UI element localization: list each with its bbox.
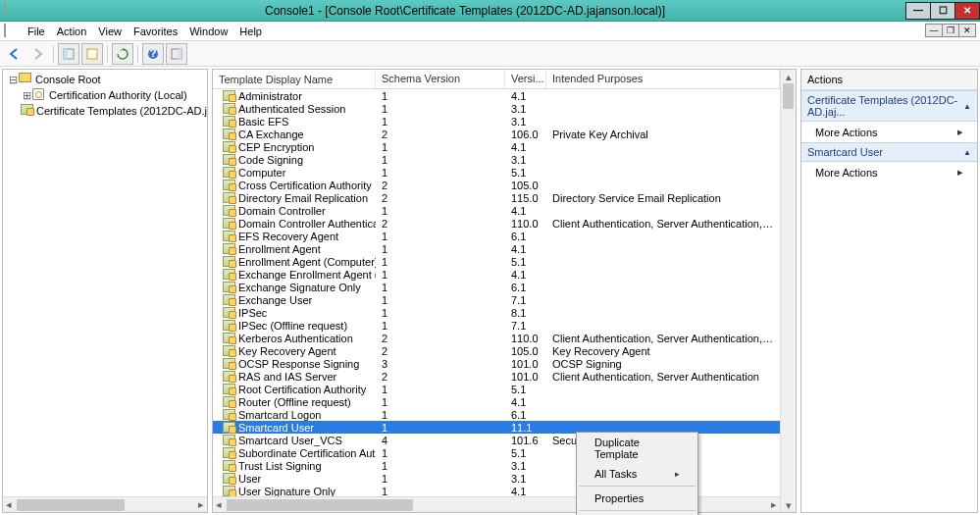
template-icon (223, 103, 236, 115)
template-icon (223, 358, 236, 370)
list-row[interactable]: EFS Recovery Agent16.1 (213, 230, 780, 242)
help-button[interactable]: ? (142, 43, 164, 65)
tree-root[interactable]: ⊟ Console Root (3, 72, 207, 87)
list-row[interactable]: Kerberos Authentication2110.0Client Auth… (213, 332, 780, 344)
list-row[interactable]: OCSP Response Signing3101.0OCSP Signing (213, 357, 780, 370)
mdi-close-button[interactable]: ✕ (958, 24, 976, 37)
tree-horizontal-scrollbar[interactable]: ◂ ▸ (3, 496, 207, 512)
tree-node-templates[interactable]: Certificate Templates (2012DC-AD.jajanso… (3, 103, 207, 119)
collapse-arrow-icon: ▲ (963, 102, 971, 111)
template-icon (223, 345, 236, 357)
cell-version: 3.1 (505, 116, 546, 128)
cell-schema-version: 1 (376, 409, 505, 421)
list-row[interactable]: Authenticated Session13.1 (213, 102, 780, 115)
cell-purposes: Client Authentication, Server Authentica… (546, 218, 780, 230)
actions-section-label: Smartcard User (807, 146, 883, 158)
list-row[interactable]: Router (Offline request)14.1 (213, 395, 780, 408)
template-icon (223, 294, 236, 306)
cell-schema-version: 1 (376, 103, 505, 115)
menu-file[interactable]: File (22, 24, 51, 39)
cell-purposes: Private Key Archival (546, 129, 780, 140)
list-row[interactable]: Cross Certification Authority2105.0 (213, 179, 780, 191)
app-icon (4, 3, 20, 19)
cell-schema-version: 2 (376, 345, 505, 357)
context-menu-label: Properties (594, 492, 644, 504)
menu-favorites[interactable]: Favorites (128, 24, 183, 39)
cell-version: 7.1 (505, 320, 546, 332)
mdi-restore-button[interactable]: ❐ (942, 24, 959, 37)
list-row[interactable]: Exchange Signature Only16.1 (213, 281, 780, 293)
list-row[interactable]: Enrollment Agent (Computer)15.1 (213, 255, 780, 268)
cell-name: Key Recovery Agent (238, 345, 336, 357)
list-row[interactable]: CEP Encryption14.1 (213, 140, 780, 153)
collapse-icon[interactable]: ⊟ (7, 74, 19, 86)
menu-action[interactable]: Action (51, 24, 93, 39)
actions-more-templates[interactable]: More Actions ▸ (801, 122, 977, 142)
list-row[interactable]: Exchange Enrollment Agent (Offline requ.… (213, 268, 780, 281)
actions-section-templates[interactable]: Certificate Templates (2012DC-AD.jaj... … (801, 90, 977, 122)
list-row[interactable]: IPSec (Offline request)17.1 (213, 319, 780, 332)
context-menu-item[interactable]: Properties (577, 489, 697, 508)
template-icon (223, 205, 236, 217)
list-row[interactable]: IPSec18.1 (213, 306, 780, 319)
list-row[interactable]: Domain Controller Authentication2110.0Cl… (213, 217, 780, 230)
cell-schema-version: 1 (376, 231, 505, 242)
menubar: File Action View Favorites Window Help —… (0, 22, 980, 41)
list-row[interactable]: Computer15.1 (213, 166, 780, 179)
col-schema-version[interactable]: Schema Version (376, 70, 505, 88)
actions-section-selected[interactable]: Smartcard User ▲ (801, 142, 977, 162)
forward-button[interactable] (27, 43, 49, 65)
cell-schema-version: 1 (376, 396, 505, 408)
cell-version: 4.1 (505, 269, 546, 281)
col-template-name[interactable]: Template Display Name (213, 70, 376, 88)
col-version[interactable]: Versi... (505, 70, 546, 88)
template-list-pane: Template Display Name Schema Version Ver… (212, 69, 797, 513)
refresh-button[interactable] (112, 43, 133, 65)
cell-name: User Signature Only (238, 486, 335, 497)
cell-version: 4.1 (505, 90, 546, 102)
showhide-action-pane-button[interactable] (166, 43, 187, 65)
expand-icon[interactable]: ⊞ (21, 89, 32, 102)
context-menu-item[interactable]: All Tasks (577, 464, 697, 484)
list-row[interactable]: Root Certification Authority15.1 (213, 383, 780, 395)
list-row[interactable]: Enrollment Agent14.1 (213, 242, 780, 255)
cell-schema-version: 2 (376, 192, 505, 204)
window-controls: — ☐ ✕ (906, 2, 980, 20)
list-row[interactable]: Basic EFS13.1 (213, 115, 780, 128)
actions-more-selected[interactable]: More Actions ▸ (801, 162, 977, 182)
tree-node-ca[interactable]: ⊞ Certification Authority (Local) (3, 87, 207, 103)
list-row[interactable]: Exchange User17.1 (213, 293, 780, 306)
list-row[interactable]: Administrator14.1 (213, 89, 780, 102)
context-menu-item[interactable]: Duplicate Template (577, 433, 697, 464)
cell-schema-version: 2 (376, 129, 505, 140)
close-button[interactable]: ✕ (954, 2, 980, 20)
list-row[interactable]: Directory Email Replication2115.0Directo… (213, 191, 780, 204)
cell-name: Domain Controller Authentication (238, 218, 376, 230)
maximize-button[interactable]: ☐ (930, 2, 955, 20)
menu-help[interactable]: Help (233, 24, 268, 39)
list-row[interactable]: Code Signing13.1 (213, 153, 780, 166)
menu-window[interactable]: Window (183, 24, 233, 39)
mdi-minimize-button[interactable]: — (925, 24, 943, 37)
back-button[interactable] (4, 43, 26, 65)
cell-version: 3.1 (505, 154, 546, 166)
show-hide-tree-button[interactable] (58, 43, 79, 65)
cell-name: Directory Email Replication (238, 192, 368, 204)
col-intended-purposes[interactable]: Intended Purposes (546, 70, 780, 88)
list-row[interactable]: CA Exchange2106.0Private Key Archival (213, 128, 780, 140)
list-row[interactable]: Smartcard Logon16.1 (213, 408, 780, 421)
template-icon (223, 307, 236, 319)
list-row[interactable]: RAS and IAS Server2101.0Client Authentic… (213, 370, 780, 383)
list-row[interactable]: Domain Controller14.1 (213, 204, 780, 217)
minimize-button[interactable]: — (905, 2, 931, 20)
list-row[interactable]: Key Recovery Agent2105.0Key Recovery Age… (213, 344, 780, 357)
template-icon (223, 256, 236, 268)
menu-view[interactable]: View (92, 24, 128, 39)
cell-name: Smartcard Logon (238, 409, 321, 421)
cell-version: 110.0 (505, 218, 546, 230)
cell-version: 5.1 (505, 256, 546, 268)
list-vertical-scrollbar[interactable]: ▴ ▾ (780, 70, 796, 512)
export-list-button[interactable] (81, 43, 103, 65)
template-icon (223, 167, 236, 179)
cell-name: Exchange Signature Only (238, 282, 361, 293)
